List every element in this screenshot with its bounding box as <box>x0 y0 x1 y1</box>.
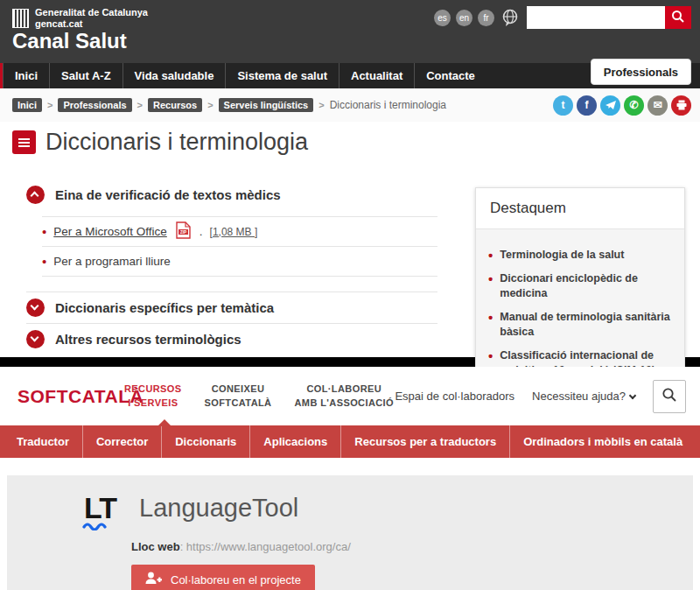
breadcrumb: Inici > Professionals > Recursos > Serve… <box>0 88 700 122</box>
nav-item-ordinadors-mobils[interactable]: Ordinadors i mòbils en català <box>509 425 696 458</box>
bullet: • <box>488 272 493 302</box>
nav-item-contacte[interactable]: Contacte <box>414 63 486 88</box>
bullet: • <box>42 255 46 268</box>
chevron-down-icon <box>629 392 636 399</box>
tab-label: SOFTCATALÀ <box>205 397 272 411</box>
accordion-title: Diccionaris específics per temàtica <box>55 300 274 315</box>
zip-file-icon[interactable]: ZIP <box>176 221 191 242</box>
softcatala-header: SOFTCATALÀ RECURSOS I SERVEIS CONEIXEU S… <box>0 367 700 425</box>
tab-recursos-i-serveis[interactable]: RECURSOS I SERVEIS <box>124 383 182 411</box>
person-plus-icon <box>145 572 162 587</box>
website-label: Lloc web <box>131 540 180 553</box>
lang-button-fr[interactable]: fr <box>478 10 494 26</box>
breadcrumb-inici[interactable]: Inici <box>12 98 42 112</box>
search-input[interactable] <box>527 6 665 29</box>
accordion-items: • Per a Microsoft Office ZIP . [1,08 MB … <box>42 216 438 277</box>
accordion-altres-recursos[interactable]: Altres recursos terminològics <box>26 323 438 355</box>
breadcrumb-professionals[interactable]: Professionals <box>58 98 131 112</box>
gencat-header: Generalitat de Catalunya gencat.cat Cana… <box>0 0 700 63</box>
website-separator: : <box>180 540 186 553</box>
accordion-eina-verificacio[interactable]: Eina de verificació de textos mèdics <box>26 186 438 204</box>
tab-coneixeu-softcatala[interactable]: CONEIXEU SOFTCATALÀ <box>205 383 272 411</box>
professionals-button[interactable]: Professionals <box>591 59 691 85</box>
breadcrumb-separator: > <box>207 100 213 110</box>
nav-item-traductor[interactable]: Traductor <box>4 425 82 458</box>
destaquem-link-label[interactable]: Manual de terminologia sanitària bàsica <box>500 310 672 341</box>
twitter-icon[interactable]: t <box>553 95 573 116</box>
expand-icon[interactable] <box>26 330 45 348</box>
nav-item-sistema-de-salut[interactable]: Sistema de salut <box>225 63 339 88</box>
senyera-icon <box>12 9 29 28</box>
tab-label: AMB L'ASSOCIACIÓ <box>294 397 394 411</box>
breadcrumb-separator: > <box>318 100 324 110</box>
svg-text:ZIP: ZIP <box>180 230 186 235</box>
website-url[interactable]: https://www.languagetool.org/ca/ <box>186 540 351 553</box>
nav-item-recursos-traductors[interactable]: Recursos per a traductors <box>340 425 509 458</box>
destaquem-link-label[interactable]: Terminologia de la salut <box>500 248 624 263</box>
accordion-diccionaris-especifics[interactable]: Diccionaris específics per temàtica <box>26 291 438 323</box>
expand-icon[interactable] <box>26 299 45 317</box>
collaborate-button-label: Col·laboreu en el projecte <box>171 573 301 586</box>
destaquem-box: Destaquem • Terminologia de la salut • D… <box>475 187 685 394</box>
destaquem-link-terminologia[interactable]: • Terminologia de la salut <box>488 248 672 263</box>
collaborate-button[interactable]: Col·laboreu en el projecte <box>131 565 315 590</box>
programari-lliure-label[interactable]: Per a programari lliure <box>53 255 171 268</box>
destaquem-link-label[interactable]: Diccionari enciclopèdic de medicina <box>500 271 672 302</box>
print-icon[interactable] <box>671 95 691 116</box>
nav-item-actualitat[interactable]: Actualitat <box>339 63 414 88</box>
softcatala-search-button[interactable] <box>653 380 686 413</box>
accordion-title: Altres recursos terminològics <box>55 332 242 347</box>
destaquem-link-manual[interactable]: • Manual de terminologia sanitària bàsic… <box>488 310 672 341</box>
softcatala-red-nav: Traductor Corrector Diccionaris Aplicaci… <box>0 425 700 458</box>
accordion-column: Eina de verificació de textos mèdics • P… <box>26 186 438 355</box>
nav-item-corrector[interactable]: Corrector <box>82 425 161 458</box>
globe-translate-icon[interactable] <box>501 9 520 27</box>
section-menu-icon[interactable] <box>12 130 36 154</box>
nav-item-inici[interactable]: Inici <box>3 63 49 88</box>
necessiteu-ajuda-dropdown[interactable]: Necessiteu ajuda? <box>532 390 635 403</box>
tab-collaboreu-associacio[interactable]: COL·LABOREU AMB L'ASSOCIACIÓ <box>294 383 394 411</box>
destaquem-link-diccionari[interactable]: • Diccionari enciclopèdic de medicina <box>488 271 672 302</box>
facebook-icon[interactable]: f <box>577 95 597 116</box>
lang-button-en[interactable]: en <box>456 10 472 26</box>
search-icon <box>671 10 685 26</box>
file-size-link[interactable]: [1,08 MB ] <box>210 226 258 238</box>
page-title: Diccionaris i terminologia <box>46 129 308 156</box>
tab-label: RECURSOS <box>124 383 182 397</box>
bullet: • <box>488 311 493 341</box>
nav-item-salut-az[interactable]: Salut A-Z <box>49 63 122 88</box>
tab-label: I SERVEIS <box>124 397 182 411</box>
nav-item-aplicacions[interactable]: Aplicacions <box>249 425 340 458</box>
breadcrumb-serveis-linguistics[interactable]: Serveis lingüístics <box>219 98 314 112</box>
email-icon[interactable]: ✉ <box>648 95 668 116</box>
website-row: Lloc web: https://www.languagetool.org/c… <box>131 540 693 553</box>
project-title: LanguageTool <box>139 494 298 523</box>
destaquem-title: Destaquem <box>476 188 684 229</box>
dot: . <box>200 225 203 238</box>
lang-button-es[interactable]: es <box>434 10 451 26</box>
softcatala-body: LT LanguageTool Lloc web: https://www.la… <box>0 458 700 590</box>
breadcrumb-current: Diccionaris i terminologia <box>330 99 446 111</box>
bullet: • <box>488 249 493 263</box>
telegram-icon[interactable] <box>600 95 620 116</box>
search-button[interactable] <box>665 6 691 29</box>
breadcrumb-recursos[interactable]: Recursos <box>148 98 202 112</box>
accordion-title: Eina de verificació de textos mèdics <box>55 187 281 202</box>
nav-item-diccionaris[interactable]: Diccionaris <box>161 425 249 458</box>
lt-wave-icon <box>82 522 114 530</box>
microsoft-office-link[interactable]: Per a Microsoft Office <box>53 225 167 238</box>
ajuda-label: Necessiteu ajuda? <box>532 390 626 403</box>
share-buttons: t f ✆ ✉ <box>553 95 691 116</box>
collapse-icon[interactable] <box>26 186 45 204</box>
gencat-logo[interactable]: Generalitat de Catalunya gencat.cat <box>12 7 148 30</box>
espai-collaboradors-link[interactable]: Espai de col·laboradors <box>395 390 514 403</box>
page-title-row: Diccionaris i terminologia <box>0 122 700 165</box>
search-icon <box>662 387 677 405</box>
tab-label: COL·LABOREU <box>294 383 394 397</box>
softcatala-top-nav: RECURSOS I SERVEIS CONEIXEU SOFTCATALÀ C… <box>124 367 394 425</box>
site-title[interactable]: Canal Salut <box>12 29 127 53</box>
whatsapp-icon[interactable]: ✆ <box>624 95 644 116</box>
languagetool-logo[interactable]: LT <box>84 493 116 523</box>
nav-item-vida-saludable[interactable]: Vida saludable <box>122 63 226 88</box>
softcatala-utilities: Espai de col·laboradors Necessiteu ajuda… <box>395 367 686 425</box>
